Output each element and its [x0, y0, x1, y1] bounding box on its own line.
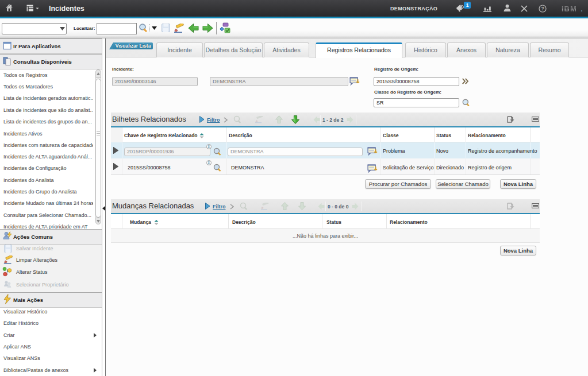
svg-text:IBM: IBM	[562, 5, 577, 13]
svg-text:.: .	[581, 5, 583, 13]
svg-text:?: ?	[541, 6, 544, 11]
